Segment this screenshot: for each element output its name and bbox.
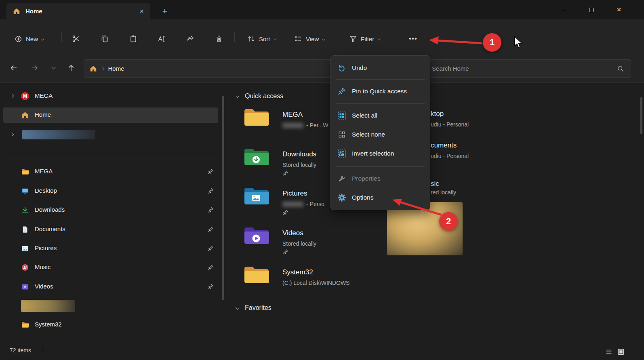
tile-subtitle: Stored locally xyxy=(282,240,316,247)
pin-icon xyxy=(419,211,425,217)
share-button[interactable] xyxy=(181,31,199,47)
chevron-down-icon xyxy=(322,37,325,40)
sort-button[interactable]: Sort xyxy=(242,31,281,47)
sidebar-item-videos[interactable]: Videos xyxy=(3,279,218,295)
sidebar-item-system32[interactable]: System32 xyxy=(3,317,218,333)
up-arrow-icon xyxy=(67,64,75,72)
menu-item-options[interactable]: Options xyxy=(333,189,428,206)
view-button-label: View xyxy=(306,36,319,42)
cut-button[interactable] xyxy=(67,31,85,47)
sidebar-scrollbar[interactable] xyxy=(222,96,224,300)
new-button[interactable]: New xyxy=(10,31,49,47)
tile-subtitle: - Perso xyxy=(282,201,324,207)
menu-item-undo[interactable]: Undo xyxy=(333,59,428,77)
up-button[interactable] xyxy=(63,60,79,76)
search-icon[interactable] xyxy=(617,65,624,72)
sidebar-divider xyxy=(6,153,215,153)
filter-icon xyxy=(349,35,357,43)
sidebar-item-redacted-2[interactable] xyxy=(3,298,218,314)
sidebar-item-desktop[interactable]: Desktop xyxy=(3,183,218,199)
sidebar-item-music[interactable]: Music xyxy=(3,260,218,275)
folder-icon xyxy=(21,168,29,176)
menu-item-pin-to-quick-access[interactable]: Pin to Quick access xyxy=(333,82,428,100)
sidebar-item-downloads[interactable]: Downloads xyxy=(3,202,218,218)
tile-name: MEGA xyxy=(282,111,303,119)
tile-pictures[interactable]: Pictures - Perso xyxy=(243,186,342,219)
sidebar-item-home[interactable]: Home xyxy=(3,107,218,123)
folder-icon xyxy=(243,265,269,285)
plus-circle-icon xyxy=(15,35,22,43)
pin-icon xyxy=(282,209,288,215)
paste-button[interactable] xyxy=(124,31,142,47)
favorites-header[interactable]: Favorites xyxy=(245,304,271,312)
status-bar: 72 items xyxy=(0,345,644,360)
status-divider xyxy=(43,347,43,354)
navigation-bar: Home xyxy=(0,55,644,83)
chevron-right-icon[interactable] xyxy=(10,133,14,137)
filter-button[interactable]: Filter xyxy=(344,31,385,47)
forward-arrow-icon xyxy=(31,64,39,72)
tab-home[interactable]: Home × xyxy=(6,3,150,19)
forward-button[interactable] xyxy=(27,60,43,76)
new-button-label: New xyxy=(26,36,38,42)
chevron-down-icon xyxy=(273,37,276,40)
see-more-button[interactable]: ••• xyxy=(404,31,422,47)
thumbnail-view-button[interactable] xyxy=(616,347,626,357)
quick-access-header[interactable]: Quick access xyxy=(245,93,283,100)
downloads-icon xyxy=(21,206,29,214)
back-button[interactable] xyxy=(6,60,22,76)
menu-item-label: Select none xyxy=(352,131,385,138)
search-input[interactable] xyxy=(432,65,613,72)
tile-videos[interactable]: Videos Stored locally xyxy=(243,226,342,258)
pin-icon xyxy=(282,249,288,255)
chevron-down-icon[interactable] xyxy=(236,306,240,310)
menu-item-select-all[interactable]: Select all xyxy=(333,107,428,124)
tile-system32[interactable]: System32 (C:) Local Disk\WINDOWS xyxy=(243,265,342,297)
sidebar-item-documents[interactable]: Documents xyxy=(3,222,218,237)
content-scrollbar[interactable] xyxy=(640,97,642,134)
search-box[interactable] xyxy=(425,59,631,78)
chevron-down-icon xyxy=(377,37,381,40)
pin-icon xyxy=(208,245,214,251)
menu-separator xyxy=(336,166,425,167)
tile-subtitle: (C:) Local Disk\WINDOWS xyxy=(282,280,349,286)
properties-icon xyxy=(338,175,346,183)
close-button[interactable]: × xyxy=(610,0,628,19)
sidebar-item-pictures[interactable]: Pictures xyxy=(3,241,218,256)
step-1-badge: 1 xyxy=(483,33,501,52)
tile-mega[interactable]: MEGA - Per...W xyxy=(243,107,342,140)
step-2-badge: 2 xyxy=(439,212,458,231)
tile-name: Pictures xyxy=(282,189,307,198)
sidebar-item-mega-root[interactable]: M MEGA xyxy=(3,88,218,104)
tab-close-icon[interactable]: × xyxy=(139,8,144,15)
command-bar: New xyxy=(0,19,644,55)
copy-button[interactable] xyxy=(96,31,114,47)
sidebar-item-label: Videos xyxy=(35,283,53,290)
tile-subtitle: - Per...W xyxy=(282,122,328,128)
maximize-icon xyxy=(589,8,593,12)
pin-icon xyxy=(208,168,214,175)
menu-item-select-none[interactable]: Select none xyxy=(333,126,428,143)
paste-icon xyxy=(129,35,137,43)
sidebar-item-mega-folder[interactable]: MEGA xyxy=(3,164,218,179)
minimize-button[interactable] xyxy=(554,0,573,19)
menu-item-invert-selection[interactable]: Invert selection xyxy=(333,145,428,162)
sidebar-item-redacted[interactable] xyxy=(3,127,218,142)
recent-locations-button[interactable] xyxy=(45,60,61,76)
gear-icon xyxy=(338,194,346,202)
tile-downloads[interactable]: Downloads Stored locally xyxy=(243,147,342,179)
view-button[interactable]: View xyxy=(289,31,330,47)
pin-icon xyxy=(208,284,214,290)
details-view-button[interactable] xyxy=(604,347,614,357)
chevron-right-icon[interactable] xyxy=(10,94,14,98)
pin-icon xyxy=(208,188,214,194)
breadcrumb-home[interactable]: Home xyxy=(108,65,124,72)
delete-button[interactable] xyxy=(210,31,228,47)
home-icon xyxy=(90,65,97,72)
new-tab-button[interactable]: + xyxy=(158,5,171,18)
copy-icon xyxy=(101,35,109,43)
chevron-down-icon[interactable] xyxy=(236,94,240,98)
pictures-icon xyxy=(21,244,29,253)
maximize-button[interactable] xyxy=(582,0,600,19)
rename-button[interactable] xyxy=(153,31,170,47)
